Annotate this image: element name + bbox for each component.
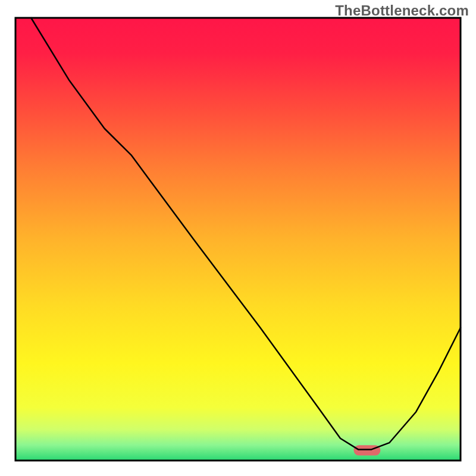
chart-container: TheBottleneck.com [0,0,476,476]
plot-background [15,18,461,461]
watermark-text: TheBottleneck.com [335,2,469,19]
optimal-range-marker [353,445,380,455]
bottleneck-chart [0,0,476,476]
